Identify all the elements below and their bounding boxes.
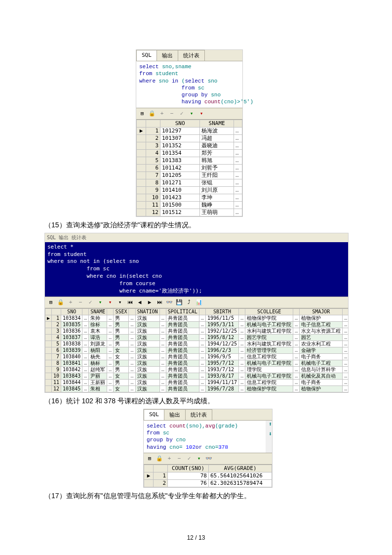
table-row[interactable]: 11101500魏峥…: [137, 201, 242, 209]
col-header: COUNT(SNO): [168, 465, 209, 472]
col-header: SCOLLEGE: [245, 308, 293, 315]
table-row[interactable]: 7101205王纤阳…: [137, 171, 242, 179]
page-footer: 12 / 13: [0, 534, 392, 541]
lock-icon[interactable]: 🔒: [57, 299, 65, 306]
figure-2-sql-result: SQL 输出 统计表 select * from student where s…: [44, 233, 349, 393]
table-row[interactable]: 8103841…杨标…男…汉族…共青团员…1995/7/12…机械与电子工程学院…: [45, 360, 349, 366]
sql-editor[interactable]: select sno,snamefrom studentwhere sno in…: [136, 61, 242, 108]
result-grid-3: COUNT(SNO)AVG(GRADE)▶17865.5641025641026…: [144, 465, 272, 487]
plus-icon[interactable]: +: [158, 110, 166, 118]
tab-bar: SQL 输出 统计表: [136, 50, 242, 61]
arrow-up-icon[interactable]: ⬆: [269, 421, 272, 427]
tab-bar-3: SQL 输出 统计表: [144, 409, 272, 421]
col-header: SNAME: [89, 308, 107, 315]
result-grid-2: SNOSNAMESSEXSNATIONSPOLITICALSBIRTHSCOLL…: [45, 308, 348, 392]
table-row[interactable]: 7103840…杨先…女…汉族…共青团员…1996/9/5…信息工程学院…电子商…: [45, 353, 349, 360]
result-toolbar-3: ⊞🔒+−✓▾👓: [144, 453, 272, 465]
table-row[interactable]: 6101142刘哲予…: [137, 164, 242, 171]
table-row[interactable]: ▶1101297杨海波…: [137, 127, 242, 134]
tab-output[interactable]: 输出: [157, 50, 178, 61]
col-header: SBIRTH: [205, 308, 238, 315]
chart-icon[interactable]: 📊: [195, 299, 203, 306]
table-row[interactable]: 2103835…徐标…男…汉族…共青团员…1995/3/11…机械与电子工程学院…: [45, 321, 349, 328]
lock-icon[interactable]: 🔒: [156, 455, 163, 463]
col-header: SNO: [61, 308, 82, 315]
table-row[interactable]: 3101352聂晓迪…: [137, 142, 242, 149]
down-red-icon[interactable]: ▾: [197, 110, 205, 118]
nav-last[interactable]: ⏭: [156, 299, 163, 306]
table-row[interactable]: 5103838…刘源龙…男…汉族…共青团员…1994/12/25…水利与建筑工程…: [45, 341, 349, 347]
save-icon[interactable]: 💾: [175, 299, 183, 306]
table-row[interactable]: 4101354郑芳…: [137, 149, 242, 157]
table-row[interactable]: 2101307冯超…: [137, 134, 242, 142]
sql-editor-dark[interactable]: select * from student where sno not in (…: [45, 242, 348, 297]
table-row[interactable]: 12101512王萌萌…: [137, 209, 242, 216]
caption-17: （17）查询比所有"信息管理与信息系统"专业学生年龄都大的学生。: [44, 491, 348, 501]
down-green-icon[interactable]: ▾: [195, 455, 203, 463]
check-icon[interactable]: ✓: [86, 299, 94, 306]
table-row[interactable]: 4103837…谭浩…男…汉族…共青团员…1995/8/12…园艺学院…园艺…: [45, 334, 349, 341]
lock-icon[interactable]: 🔒: [148, 110, 156, 118]
table-row[interactable]: ▶1103834…朱帅…男…汉族…共青团员…1996/11/5…植物保护学院…植…: [45, 315, 349, 321]
down-green-icon[interactable]: ▾: [96, 299, 104, 306]
grid-icon[interactable]: ⊞: [47, 299, 55, 306]
tab-output-3[interactable]: 输出: [164, 409, 186, 420]
table-row[interactable]: 12103845…朱相…女…汉族…共青团员…1996/7/28…植物保护学院…植…: [45, 385, 349, 392]
nav-prev[interactable]: ◀: [136, 299, 144, 306]
col-header: SNAME: [200, 120, 234, 127]
col-header: SNATION: [135, 308, 159, 315]
tab-stats-3[interactable]: 统计表: [185, 409, 212, 420]
table-row[interactable]: 10103843…尹丽…女…汉族…共青团员…1993/8/17…机械与电子工程学…: [45, 373, 349, 379]
down-green-icon[interactable]: ▾: [188, 110, 196, 118]
nav-next[interactable]: ▶: [146, 299, 154, 306]
down2-icon[interactable]: ▾: [116, 299, 124, 306]
nav-arrows: ⬆ ⬇: [269, 421, 272, 437]
col-header: SMAJOR: [300, 308, 343, 315]
result-toolbar-2: ⊞🔒+−✓▾▾▾⏮◀▶⏭👓💾⤴📊: [45, 297, 348, 308]
tab-sql[interactable]: SQL: [136, 50, 157, 61]
minus-icon[interactable]: −: [168, 110, 176, 118]
plus-icon[interactable]: +: [165, 455, 173, 463]
result-grid: SNOSNAME▶1101297杨海波…2101307冯超…3101352聂晓迪…: [136, 120, 242, 216]
nav-first[interactable]: ⏮: [126, 299, 134, 306]
table-row[interactable]: 9103842…赵纯军…男…汉族…共青团员…1993/7/12…理学院…信息与计…: [45, 366, 349, 373]
caption-16: （16）统计 102 和 378 号课程的选课人数及平均成绩。: [44, 396, 348, 406]
col-header: AVG(GRADE): [208, 465, 272, 472]
table-row[interactable]: 6103839…杨阳…女…汉族…共青团员…1996/2/3…经济管理学院…金融学…: [45, 347, 349, 353]
binoculars-icon[interactable]: 👓: [165, 299, 173, 306]
table-row[interactable]: 10101423李坤…: [137, 194, 242, 201]
arrow-down-icon[interactable]: ⬇: [269, 430, 272, 437]
minus-icon[interactable]: −: [175, 455, 183, 463]
minus-icon[interactable]: −: [77, 299, 84, 306]
col-header: SPOLITICAL: [166, 308, 199, 315]
table-row[interactable]: ▶17865.5641025641026: [144, 472, 272, 479]
sql-editor-3[interactable]: select count(sno),avg(grade)from scgroup…: [144, 421, 266, 453]
check-icon[interactable]: ✓: [185, 455, 193, 463]
tab-stats[interactable]: 统计表: [178, 50, 205, 61]
tab-sql-3[interactable]: SQL: [144, 409, 164, 420]
figure-1-sql-result: SQL 输出 统计表 select sno,snamefrom studentw…: [136, 49, 243, 217]
result-toolbar: ⊞🔒+−✓▾▾: [136, 108, 242, 120]
down-red-icon[interactable]: ▾: [106, 299, 114, 306]
col-header: SSEX: [114, 308, 129, 315]
table-row[interactable]: 8101271张锟…: [137, 179, 242, 186]
grid-icon[interactable]: ⊞: [146, 455, 154, 463]
binoculars-icon[interactable]: 👓: [205, 455, 213, 463]
col-header: SNO: [160, 120, 200, 127]
figure-3-sql-result: SQL 输出 统计表 select count(sno),avg(grade)f…: [143, 409, 273, 488]
table-row[interactable]: 9101410刘川原…: [137, 186, 242, 194]
grid-icon[interactable]: ⊞: [138, 110, 146, 118]
table-row[interactable]: 27662.3026315789474: [144, 479, 272, 487]
table-row[interactable]: 3103836…袁木…男…汉族…共青团员…1992/12/25…水利与建筑工程学…: [45, 328, 349, 334]
plus-icon[interactable]: +: [67, 299, 75, 306]
check-icon[interactable]: ✓: [178, 110, 186, 118]
tab-bar-small: SQL 输出 统计表: [45, 233, 348, 242]
table-row[interactable]: 5101383韩旭…: [137, 157, 242, 164]
caption-15: （15）查询未选修"政治经济学"课程的学生情况。: [44, 220, 348, 230]
export-icon[interactable]: ⤴: [185, 299, 193, 306]
table-row[interactable]: 11103844…王新丽…男…汉族…共青团员…1994/11/17…信息工程学院…: [45, 379, 349, 385]
